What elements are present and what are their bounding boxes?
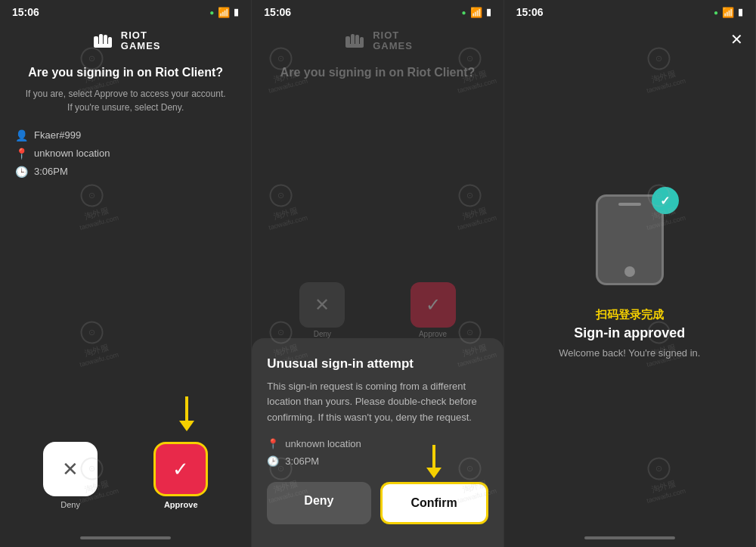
phone-panel-3: 15:06 ● 📶 ▮ ✕ ✓ 扫码登录完成 Sign-in approved … bbox=[504, 0, 756, 547]
dialog-time-row: 🕒 3:06PM bbox=[267, 455, 488, 467]
deny-icon: ✕ bbox=[62, 458, 79, 481]
status-bar-1: 15:06 ● 📶 ▮ bbox=[0, 0, 251, 21]
deny-label: Deny bbox=[60, 500, 80, 509]
dialog-time-value: 3:06PM bbox=[285, 455, 319, 467]
dialog-confirm-button[interactable]: Confirm bbox=[380, 482, 488, 524]
check-badge: ✓ bbox=[652, 187, 679, 214]
home-bar-1 bbox=[80, 536, 171, 539]
success-title: Sign-in approved bbox=[574, 325, 685, 341]
unusual-signin-dialog: Unusual sign-in attempt This sign-in req… bbox=[252, 338, 503, 547]
clock-icon: 🕒 bbox=[15, 166, 28, 178]
signal-dot-icon: ● bbox=[209, 8, 214, 17]
dialog-overlay: ✕ Deny ✓ Approve Unusual sign-in attempt… bbox=[252, 0, 503, 547]
dialog-clock-icon: 🕒 bbox=[267, 455, 279, 467]
bg-approve-btn: ✓ bbox=[411, 282, 456, 328]
success-panel: ✓ 扫码登录完成 Sign-in approved Welcome back! … bbox=[544, 21, 715, 532]
bg-deny-icon: ✕ bbox=[314, 294, 330, 315]
location-row: 📍 unknown location bbox=[15, 148, 236, 160]
location-icon: 📍 bbox=[15, 148, 28, 160]
bg-deny-btn: ✕ bbox=[299, 282, 345, 328]
home-bar-3 bbox=[584, 536, 675, 539]
status-icons-3: ● 📶 ▮ bbox=[714, 7, 743, 18]
riot-line1: RIOT bbox=[121, 30, 161, 41]
approve-icon: ✓ bbox=[172, 458, 189, 481]
location-value: unknown location bbox=[34, 148, 110, 159]
username-row: 👤 Fkaer#999 bbox=[15, 129, 236, 141]
panel1-content: RIOT GAMES Are you signing in on Riot Cl… bbox=[0, 21, 251, 532]
dialog-deny-button[interactable]: Deny bbox=[267, 482, 370, 524]
riot-fist-icon bbox=[91, 29, 115, 53]
phone-icon-wrap: ✓ bbox=[588, 194, 671, 293]
status-icons-1: ● 📶 ▮ bbox=[209, 7, 239, 18]
riot-logo-1: RIOT GAMES bbox=[91, 29, 161, 53]
username-value: Fkaer#999 bbox=[34, 129, 81, 141]
deny-button[interactable]: ✕ bbox=[43, 442, 98, 496]
approve-label: Approve bbox=[164, 500, 198, 509]
panel2-bg-buttons: ✕ Deny ✓ Approve bbox=[252, 282, 503, 338]
dialog-body: This sign-in request is coming from a di… bbox=[267, 379, 488, 426]
bg-deny-label: Deny bbox=[314, 330, 331, 338]
status-time-1: 15:06 bbox=[12, 6, 39, 18]
close-button[interactable]: ✕ bbox=[730, 30, 743, 48]
user-icon: 👤 bbox=[15, 129, 28, 141]
signal-dot-icon-3: ● bbox=[714, 8, 718, 17]
status-time-3: 15:06 bbox=[516, 6, 544, 18]
riot-line2: GAMES bbox=[121, 41, 161, 51]
dialog-title: Unusual sign-in attempt bbox=[267, 356, 488, 371]
wifi-icon: 📶 bbox=[218, 7, 230, 18]
panel1-subtitle: If you are, select Approve to access you… bbox=[15, 87, 236, 114]
status-bar-3: 15:06 ● 📶 ▮ bbox=[504, 0, 755, 21]
bg-approve-label: Approve bbox=[419, 330, 447, 338]
time-row: 🕒 3:06PM bbox=[15, 166, 236, 178]
dialog-location-value: unknown location bbox=[285, 438, 361, 449]
success-cn-text: 扫码登录完成 bbox=[596, 308, 664, 322]
bg-approve-icon: ✓ bbox=[426, 294, 441, 315]
dialog-location-icon: 📍 bbox=[267, 438, 279, 449]
wifi-icon-3: 📶 bbox=[722, 7, 734, 18]
phone-panel-1: 15:06 ● 📶 ▮ RIOT GAMES Are you signing i… bbox=[0, 0, 252, 547]
svg-rect-4 bbox=[94, 44, 112, 48]
dialog-confirm-label: Confirm bbox=[411, 496, 457, 509]
panel1-question: Are you signing in on Riot Client? bbox=[28, 65, 223, 81]
dialog-location-row: 📍 unknown location bbox=[267, 438, 488, 449]
time-value: 3:06PM bbox=[34, 166, 68, 177]
panel1-action-buttons: ✕ Deny ✓ Approve bbox=[15, 434, 236, 517]
phone-panel-2: 15:06 ● 📶 ▮ RIOT GAMES Are you signing i… bbox=[252, 0, 503, 547]
success-subtitle: Welcome back! You're signed in. bbox=[559, 347, 700, 359]
battery-icon: ▮ bbox=[234, 7, 239, 17]
approve-button[interactable]: ✓ bbox=[153, 442, 208, 496]
dialog-action-buttons: Deny Confirm bbox=[267, 482, 488, 524]
battery-icon-3: ▮ bbox=[738, 7, 743, 17]
check-icon: ✓ bbox=[660, 194, 670, 208]
confirm-arrow bbox=[426, 445, 442, 478]
riot-text-1: RIOT GAMES bbox=[121, 30, 161, 52]
